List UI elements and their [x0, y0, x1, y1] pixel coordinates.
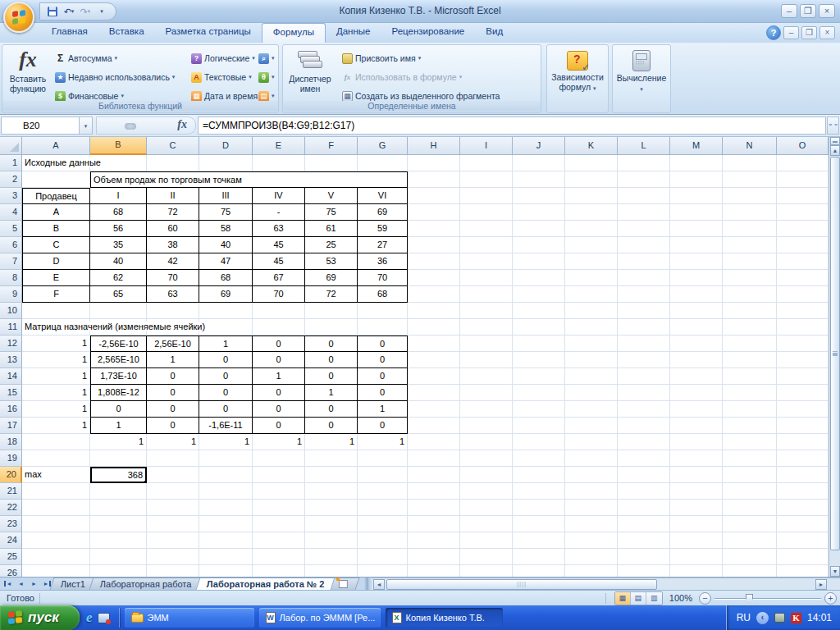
group-label-function-library[interactable]: Библиотека функций [2, 101, 278, 112]
cell-A6[interactable]: C [22, 237, 90, 253]
grid-cell[interactable] [565, 565, 618, 577]
clock[interactable]: 14:01 [807, 612, 832, 623]
grid-cell[interactable] [777, 155, 829, 171]
cell-G8[interactable]: 70 [358, 270, 408, 286]
cell-C9[interactable]: 63 [147, 286, 199, 303]
grid-cell[interactable] [513, 270, 565, 286]
grid-cell[interactable] [513, 286, 565, 303]
grid-cell[interactable] [199, 483, 253, 500]
cell-A20[interactable]: max [22, 467, 90, 483]
grid-cell[interactable] [565, 303, 618, 319]
cell-D15[interactable]: 0 [199, 385, 253, 401]
zoom-out-button[interactable]: − [699, 592, 711, 605]
grid-cell[interactable] [305, 319, 358, 336]
grid-cell[interactable] [618, 221, 670, 237]
cell-G3[interactable]: VI [358, 188, 408, 204]
grid-cell[interactable] [513, 368, 565, 385]
grid-cell[interactable] [670, 352, 723, 368]
math-trig-button[interactable]: θ▾ [258, 69, 275, 85]
grid-cell[interactable] [513, 253, 565, 270]
cell-B5[interactable]: 56 [90, 221, 147, 237]
grid-cell[interactable] [565, 385, 618, 401]
grid-cell[interactable] [670, 155, 723, 171]
cell-C16[interactable]: 0 [147, 401, 199, 418]
grid-cell[interactable] [408, 434, 460, 450]
expand-formula-bar-button[interactable]: ⌄⌄ [827, 116, 839, 135]
grid-cell[interactable] [513, 237, 565, 253]
column-header-G[interactable]: G [358, 137, 408, 155]
grid-cell[interactable] [777, 450, 829, 467]
row-header-23[interactable]: 23 [0, 516, 22, 532]
grid-cell[interactable] [358, 483, 408, 500]
cell-G14[interactable]: 0 [358, 368, 408, 385]
cell-G15[interactable]: 0 [358, 385, 408, 401]
office-button[interactable] [3, 2, 34, 33]
grid-cell[interactable] [618, 155, 670, 171]
grid-cell[interactable] [670, 401, 723, 418]
grid-cell[interactable] [460, 483, 513, 500]
cell-A7[interactable]: D [22, 253, 90, 270]
vertical-split-handle[interactable] [830, 137, 840, 145]
cell-F9[interactable]: 72 [305, 286, 358, 303]
cell-D14[interactable]: 0 [199, 368, 253, 385]
grid-cell[interactable] [670, 253, 723, 270]
grid-cell[interactable] [199, 155, 253, 171]
grid-cell[interactable] [723, 434, 777, 450]
grid-cell[interactable] [358, 565, 408, 577]
cell-A3[interactable]: Продавец [22, 188, 90, 204]
grid-cell[interactable] [513, 467, 565, 483]
row-header-5[interactable]: 5 [0, 221, 22, 237]
grid-cell[interactable] [565, 221, 618, 237]
grid-cell[interactable] [408, 221, 460, 237]
fill-handle[interactable] [144, 480, 147, 483]
grid-cell[interactable] [670, 483, 723, 500]
grid-cell[interactable] [777, 171, 829, 188]
grid-cell[interactable] [565, 171, 618, 188]
grid-cell[interactable] [723, 418, 777, 434]
grid-cell[interactable] [670, 450, 723, 467]
grid-cell[interactable] [618, 303, 670, 319]
grid-cell[interactable] [777, 368, 829, 385]
cell-C4[interactable]: 72 [147, 204, 199, 221]
grid-cell[interactable] [513, 319, 565, 336]
grid-cell[interactable] [305, 467, 358, 483]
grid-cell[interactable] [723, 549, 777, 565]
grid-cell[interactable] [513, 500, 565, 516]
grid-cell[interactable] [147, 155, 199, 171]
grid-cell[interactable] [670, 418, 723, 434]
grid-cell[interactable] [253, 450, 305, 467]
row-header-8[interactable]: 8 [0, 270, 22, 286]
logical-button[interactable]: ? Логические▾ [191, 50, 255, 66]
grid-cell[interactable] [670, 336, 723, 352]
grid-cell[interactable] [723, 188, 777, 204]
row-header-3[interactable]: 3 [0, 188, 22, 204]
row-header-22[interactable]: 22 [0, 500, 22, 516]
vertical-scrollbar[interactable]: ▲ ▼ [829, 137, 840, 577]
scroll-down-button[interactable]: ▼ [830, 566, 840, 577]
cell-A9[interactable]: F [22, 286, 90, 303]
cell-D17[interactable]: -1,6E-11 [199, 418, 253, 434]
grid-cell[interactable] [460, 500, 513, 516]
grid-cell[interactable] [618, 516, 670, 532]
grid-cell[interactable] [670, 319, 723, 336]
grid-cell[interactable] [618, 319, 670, 336]
grid-cell[interactable] [408, 303, 460, 319]
grid-cell[interactable] [777, 237, 829, 253]
row-header-26[interactable]: 26 [0, 565, 22, 577]
row-header-16[interactable]: 16 [0, 401, 22, 418]
group-label-defined-names[interactable]: Определенные имена [283, 101, 541, 112]
cell-E5[interactable]: 63 [253, 221, 305, 237]
cell-E13[interactable]: 0 [253, 352, 305, 368]
cell-F15[interactable]: 1 [305, 385, 358, 401]
cell-G18[interactable]: 1 [358, 434, 408, 450]
grid-cell[interactable] [723, 385, 777, 401]
grid-cell[interactable] [618, 385, 670, 401]
cell-D4[interactable]: 75 [199, 204, 253, 221]
grid-cell[interactable] [513, 204, 565, 221]
grid-cell[interactable] [777, 319, 829, 336]
cell-D5[interactable]: 58 [199, 221, 253, 237]
cell-G12[interactable]: 0 [358, 336, 408, 352]
grid-cell[interactable] [199, 303, 253, 319]
grid-cell[interactable] [305, 532, 358, 549]
grid-cell[interactable] [618, 368, 670, 385]
